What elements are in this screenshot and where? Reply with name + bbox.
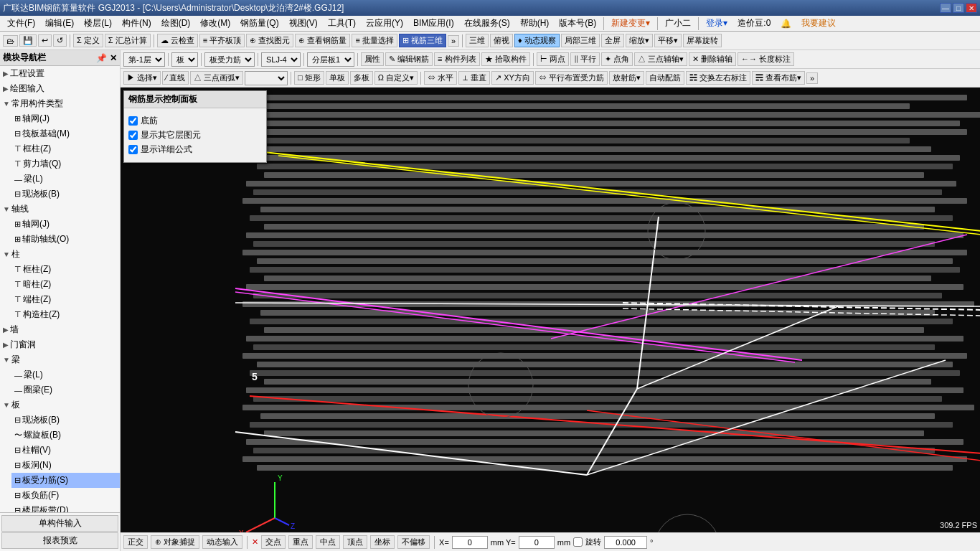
menu-bim[interactable]: BIM应用(I) (409, 16, 458, 31)
menu-cloud[interactable]: 云应用(Y) (362, 16, 407, 31)
btn-calc[interactable]: Σ 汇总计算 (105, 34, 151, 47)
y-input[interactable] (519, 536, 555, 549)
menu-suggest[interactable]: 我要建议 (797, 16, 840, 31)
btn-rotate[interactable]: 屏幕旋转 (683, 34, 722, 47)
btn-find[interactable]: ⊕ 查找图元 (246, 34, 293, 47)
btn-del-axis[interactable]: ✕ 删除辅轴 (689, 52, 736, 66)
menu-file[interactable]: 文件(F) (3, 16, 39, 31)
checkbox-show-other[interactable] (128, 131, 138, 140)
btn-multi-slab[interactable]: 多板 (350, 71, 373, 85)
btn-two-point[interactable]: ⊢ 两点 (537, 52, 569, 66)
menu-version[interactable]: 版本号(B) (555, 16, 600, 31)
btn-edit-rebar[interactable]: ✎ 编辑钢筋 (385, 52, 433, 66)
btn-horiz[interactable]: ⇔ 水平 (424, 71, 457, 85)
tree-leaf-colcap[interactable]: ⊟柱帽(V) (11, 443, 120, 458)
btn-vertex[interactable]: 顶点 (343, 535, 367, 549)
btn-partial-3d[interactable]: 局部三维 (561, 34, 600, 47)
pin-icon[interactable]: 📌 (96, 53, 107, 63)
btn-pick-comp[interactable]: ★ 拾取构件 (481, 52, 530, 66)
menu-view[interactable]: 视图(V) (285, 16, 322, 31)
tree-beam-label[interactable]: ▼ 梁 (0, 352, 120, 367)
tree-leaf-grid[interactable]: ⊞轴网(J) (11, 111, 120, 126)
menu-draw[interactable]: 绘图(D) (157, 16, 195, 31)
tree-leaf-castslab[interactable]: ⊟现浇板(B) (11, 187, 120, 202)
tree-leaf-floorband[interactable]: ⊟楼层板带(D) (11, 503, 120, 512)
tree-eng-label[interactable]: ▶ 工程设置 (0, 66, 120, 81)
btn-single-slab[interactable]: 单板 (326, 71, 349, 85)
tree-wall-label[interactable]: ▶ 墙 (0, 322, 120, 337)
btn-dynamic-obs[interactable]: ♦ 动态观察 (514, 34, 560, 47)
btn-report[interactable]: 报表预览 (1, 532, 118, 549)
checkbox-bottom-rebar[interactable] (128, 116, 138, 126)
tree-leaf-ringbeam[interactable]: —圈梁(E) (11, 382, 120, 397)
tree-doorwin-label[interactable]: ▶ 门窗洞 (0, 337, 120, 352)
btn-vert[interactable]: ⊥ 垂直 (458, 71, 490, 85)
btn-cloud-check[interactable]: ☁ 云检查 (157, 34, 198, 47)
btn-parallel-force[interactable]: ⇔ 平行布置受力筋 (535, 71, 608, 85)
menu-bell[interactable]: 🔔 (776, 17, 796, 30)
btn-batch-select[interactable]: ≡ 批量选择 (352, 34, 397, 47)
btn-custom[interactable]: Ω 自定义▾ (374, 71, 418, 85)
tree-axis-label[interactable]: ▼ 轴线 (0, 202, 120, 217)
tree-col-label[interactable]: ▼ 柱 (0, 247, 120, 262)
btn-save[interactable]: 💾 (19, 34, 37, 47)
btn-top-view[interactable]: 俯视 (490, 34, 513, 47)
menu-guangxiao[interactable]: 广小二 (661, 16, 695, 31)
checkbox-show-formula[interactable] (128, 145, 138, 154)
tree-leaf-raftfound[interactable]: ⊟筏板基础(M) (11, 126, 120, 141)
btn-open[interactable]: 🗁 (3, 35, 18, 47)
btn-more1[interactable]: » (448, 35, 459, 47)
btn-rect[interactable]: □ 矩形 (294, 71, 324, 85)
tree-leaf-hidcol[interactable]: ⊤暗柱(Z) (11, 277, 120, 292)
layer-select[interactable]: 分层板1 (307, 52, 354, 67)
tree-leaf-framecol[interactable]: ⊤框柱(Z) (11, 141, 120, 156)
btn-intersect[interactable]: 交点 (261, 535, 286, 549)
menu-online[interactable]: 在线服务(S) (460, 16, 514, 31)
close-left-panel-icon[interactable]: ✕ (110, 53, 117, 63)
btn-more2[interactable]: » (806, 72, 818, 84)
tree-leaf-slabforce[interactable]: ⊟板受力筋(S) (11, 473, 120, 488)
menu-tools[interactable]: 工具(T) (324, 16, 360, 31)
arc-select[interactable] (245, 71, 288, 85)
menu-modify[interactable]: 修改(M) (196, 16, 235, 31)
btn-select[interactable]: ▶ 选择▾ (123, 71, 161, 85)
btn-swap-lr[interactable]: ☵ 交换左右标注 (686, 71, 750, 85)
btn-auto-rebar[interactable]: 自动配筋 (646, 71, 684, 85)
menu-price[interactable]: 造价豆:0 (733, 16, 775, 31)
btn-obj-snap[interactable]: ⊕ 对象捕捉 (151, 535, 199, 549)
subtype-select[interactable]: 板受力筋 (204, 52, 255, 67)
btn-view-rebar[interactable]: ⊕ 查看钢筋量 (295, 34, 350, 47)
btn-line[interactable]: ∕ 直线 (162, 71, 189, 85)
tree-leaf-auxaxis[interactable]: ⊞辅助轴线(O) (11, 232, 120, 247)
type-select[interactable]: 板 (171, 52, 198, 67)
x-input[interactable] (452, 536, 488, 549)
tree-leaf-castslab2[interactable]: ⊟现浇板(B) (11, 413, 120, 428)
menu-help[interactable]: 帮助(H) (516, 16, 554, 31)
tree-leaf-framecol2[interactable]: ⊤框柱(Z) (11, 262, 120, 277)
btn-center[interactable]: 中点 (316, 535, 340, 549)
btn-comp-list[interactable]: ≡ 构件列表 (434, 52, 479, 66)
tree-leaf-conscol[interactable]: ⊤构造柱(Z) (11, 307, 120, 322)
tree-leaf-beam2[interactable]: —梁(L) (11, 367, 120, 382)
floating-panel-header[interactable]: 钢筋显示控制面板 (124, 91, 266, 108)
tree-draw-label[interactable]: ▶ 绘图输入 (0, 81, 120, 96)
btn-len-mark[interactable]: ←→ 长度标注 (738, 52, 794, 66)
btn-single-comp[interactable]: 单构件输入 (1, 515, 118, 532)
btn-three-axis[interactable]: △ 三点辅轴▾ (634, 52, 687, 66)
close-button[interactable]: ✕ (966, 3, 977, 13)
rotate-input[interactable] (604, 536, 647, 549)
btn-arc[interactable]: △ 三点画弧▾ (190, 71, 243, 85)
tree-common-label[interactable]: ▼ 常用构件类型 (0, 96, 120, 111)
menu-floor[interactable]: 楼层(L) (80, 16, 116, 31)
btn-fullscreen[interactable]: 全屏 (601, 34, 624, 47)
menu-login[interactable]: 登录▾ (702, 16, 732, 31)
btn-angle[interactable]: ✦ 点角 (601, 52, 633, 66)
tree-leaf-axisnet[interactable]: ⊞轴网(J) (11, 217, 120, 232)
btn-radial[interactable]: 放射筋▾ (609, 71, 644, 85)
tree-leaf-endcol[interactable]: ⊤端柱(Z) (11, 292, 120, 307)
menu-rebar[interactable]: 钢筋量(Q) (236, 16, 283, 31)
tree-slab-label[interactable]: ▼ 板 (0, 397, 120, 413)
minimize-button[interactable]: — (940, 3, 951, 13)
btn-align-top[interactable]: ≡ 平齐板顶 (199, 34, 245, 47)
maximize-button[interactable]: □ (953, 3, 964, 13)
